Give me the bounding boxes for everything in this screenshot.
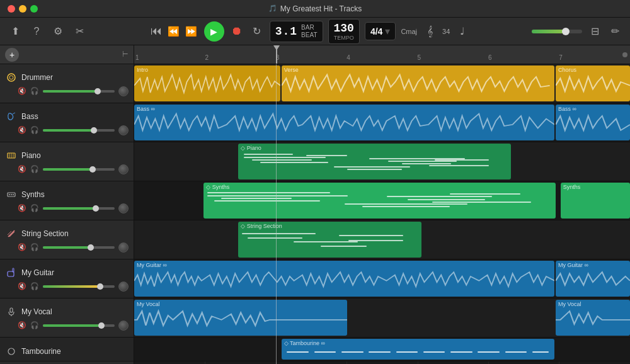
tune-button[interactable]: 𝄞 [422,24,437,39]
svg-point-9 [11,194,12,195]
vocal-pan-knob[interactable] [118,321,129,331]
synths-headphones-icon[interactable]: 🎧 [30,204,39,212]
vocal-clip-2[interactable]: My Vocal [556,300,630,336]
strings-clip[interactable]: ◇ String Section [238,222,421,258]
vocal-clip-1-label: My Vocal [137,301,160,307]
vocal-clip-1[interactable]: My Vocal [134,300,347,336]
strings-lane[interactable]: ◇ String Section [134,220,630,259]
strings-volume-slider[interactable] [43,246,115,249]
bass-lane[interactable]: Bass ∞ Bass ∞ [134,103,630,142]
guitar-volume-slider[interactable] [43,285,115,288]
collapse-icon[interactable]: ⊢ [122,50,129,59]
track-header-vocal: My Vocal 🔇 🎧 [0,299,134,338]
piano-headphones-icon[interactable]: 🎧 [30,165,39,173]
drummer-clip-chorus[interactable]: Chorus [556,65,630,101]
time-sig-display[interactable]: 4/4 ▾ [365,22,396,40]
piano-volume-slider[interactable] [43,168,115,171]
synths-mute-icon[interactable]: 🔇 [18,204,26,212]
synths-volume-slider[interactable] [43,207,115,210]
browser-button[interactable]: ⊟ [587,24,602,39]
piano-clip[interactable]: ◇ Piano [238,144,511,179]
add-track-button[interactable]: + [5,48,19,62]
editor-button[interactable]: ✏ [607,24,622,39]
vocal-headphones-icon[interactable]: 🎧 [30,321,39,329]
bass-mute-icon[interactable]: 🔇 [18,126,26,134]
track-row-vocal: My Vocal My Vocal [134,299,630,338]
svg-point-15 [8,348,14,355]
track-row-guitar: My Guitar ∞ My Guitar ∞ [134,259,630,299]
strings-mute-icon[interactable]: 🔇 [18,243,26,251]
tambourine-lane[interactable]: ◇ Tambourine ∞ [134,338,630,361]
svg-point-0 [8,74,15,81]
synths-clip-1[interactable]: ◇ Synths [203,183,556,219]
guitar-clip-2[interactable]: My Guitar ∞ [556,261,630,297]
vocal-volume-slider[interactable] [43,324,115,327]
help-button[interactable]: ? [29,24,44,39]
synths-clip-2-label: Synths [563,184,581,190]
bass-clip-1-label: Bass ∞ [137,106,155,112]
close-button[interactable] [8,5,15,13]
skip-back-button[interactable]: ⏪ [166,24,181,39]
time-display[interactable]: 3.1 BAR BEAT [270,21,323,42]
guitar-pan-knob[interactable] [118,282,129,292]
drummer-lane[interactable]: Intro Verse Chorus [134,64,630,103]
scissors-button[interactable]: ✂ [72,24,87,39]
drummer-clip-verse[interactable]: Verse [282,65,554,101]
main-area: + ⊢ Drummer 🔇 🎧 [0,45,630,364]
bass-pan-knob[interactable] [118,125,129,135]
guitar-headphones-icon[interactable]: 🎧 [30,282,39,290]
timeline-ruler: 1 2 3 4 5 6 7 [134,45,630,64]
track-header-piano: Piano 🔇 🎧 [0,142,134,181]
title-bar: 🎵 My Greatest Hit - Tracks [0,0,630,18]
piano-pan-knob[interactable] [118,164,129,174]
record-button[interactable]: ⏺ [229,24,244,39]
drummer-volume-slider[interactable] [43,90,115,93]
vocal-mute-icon[interactable]: 🔇 [18,321,26,329]
svg-point-8 [9,194,10,195]
piano-mute-icon[interactable]: 🔇 [18,165,26,173]
bass-clip-1[interactable]: Bass ∞ [134,105,554,140]
synths-lane[interactable]: ◇ Synths [134,181,630,220]
strings-headphones-icon[interactable]: 🎧 [30,243,39,251]
drummer-headphones-icon[interactable]: 🎧 [30,87,39,95]
synths-clip-2[interactable]: Synths [561,183,630,219]
toolbar-left: ⬆ ? ⚙ ✂ [8,24,87,39]
verse-label: Verse [284,67,299,73]
track-header-bass: Bass 🔇 🎧 [0,103,134,142]
strings-midi-notes [238,229,421,256]
bpm-display[interactable]: 130 TEMPO [328,19,360,44]
minimize-button[interactable] [19,5,26,13]
piano-track-icon [5,149,18,162]
tambourine-clip[interactable]: ◇ Tambourine ∞ [282,339,554,360]
maximize-button[interactable] [30,5,38,13]
master-volume-slider[interactable] [532,30,582,33]
ruler-mark-5: 5 [418,54,421,61]
metronome-button[interactable]: ♩ [455,24,470,39]
play-button[interactable]: ▶ [204,21,224,42]
bass-clip-2[interactable]: Bass ∞ [556,105,630,140]
bass-volume-slider[interactable] [43,129,115,132]
drummer-mute-icon[interactable]: 🔇 [18,87,26,95]
toolbar-right: ⊟ ✏ [532,24,622,39]
cycle-button[interactable]: ↻ [249,24,265,39]
share-button[interactable]: ⬆ [8,24,23,39]
drummer-pan-knob[interactable] [118,86,129,96]
track-row-strings: ◇ String Section [134,220,630,259]
fast-forward-button[interactable]: ⏩ [184,24,199,39]
settings-button[interactable]: ⚙ [50,24,66,39]
guitar-clip-1[interactable]: My Guitar ∞ [134,261,554,297]
time-labels: BAR BEAT [301,24,317,39]
bass-headphones-icon[interactable]: 🎧 [30,126,39,134]
svg-rect-13 [10,308,13,312]
strings-pan-knob[interactable] [118,242,129,253]
guitar-mute-icon[interactable]: 🔇 [18,282,26,290]
bpm-label: TEMPO [334,35,354,41]
vocal-lane[interactable]: My Vocal My Vocal [134,299,630,337]
synths-pan-knob[interactable] [118,203,129,213]
title-music-icon: 🎵 [268,4,277,13]
sidebar-header: + ⊢ [0,45,134,64]
guitar-lane[interactable]: My Guitar ∞ My Guitar ∞ [134,259,630,298]
piano-lane[interactable]: ◇ Piano [134,142,630,181]
rewind-button[interactable]: ⏮ [149,24,164,39]
drummer-clip-intro[interactable]: Intro [134,65,280,101]
